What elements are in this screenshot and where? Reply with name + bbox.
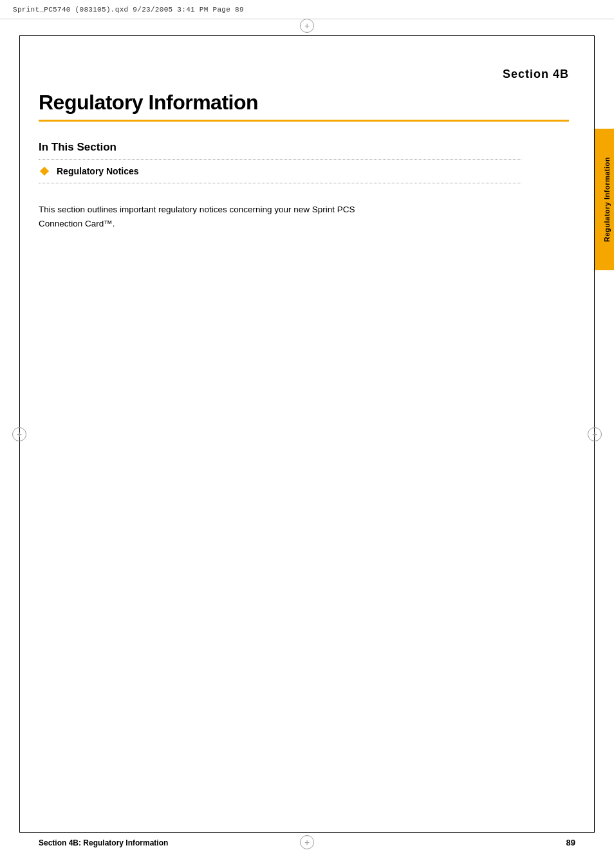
title-underline [39,120,569,122]
dotted-line-bottom [39,183,521,183]
sidebar-label: Regulatory Information [595,129,614,270]
header-text: Sprint_PC5740 (083105).qxd 9/23/2005 3:4… [13,6,244,14]
section-number: Section 4B [39,68,569,81]
border-bottom [19,832,595,833]
page-title: Regulatory Information [39,91,569,115]
footer-section-label: Section 4B: Regulatory Information [39,838,168,847]
footer-page-number: 89 [566,838,575,847]
main-content: Section 4B Regulatory Information In Thi… [39,42,569,817]
in-this-section-heading: In This Section [39,141,569,154]
page-footer: Section 4B: Regulatory Information 89 [39,838,575,847]
sidebar-label-text: Regulatory Information [603,157,611,242]
crop-mark-top [300,19,314,33]
crop-mark-left [12,427,26,441]
crop-mark-right [588,427,602,441]
body-text: This section outlines important regulato… [39,203,373,230]
dotted-line-top [39,159,521,160]
header-bar: Sprint_PC5740 (083105).qxd 9/23/2005 3:4… [0,0,614,19]
diamond-bullet-icon [40,167,49,176]
list-item: Regulatory Notices [39,161,569,181]
border-top [19,35,595,36]
list-item-text: Regulatory Notices [57,166,139,176]
